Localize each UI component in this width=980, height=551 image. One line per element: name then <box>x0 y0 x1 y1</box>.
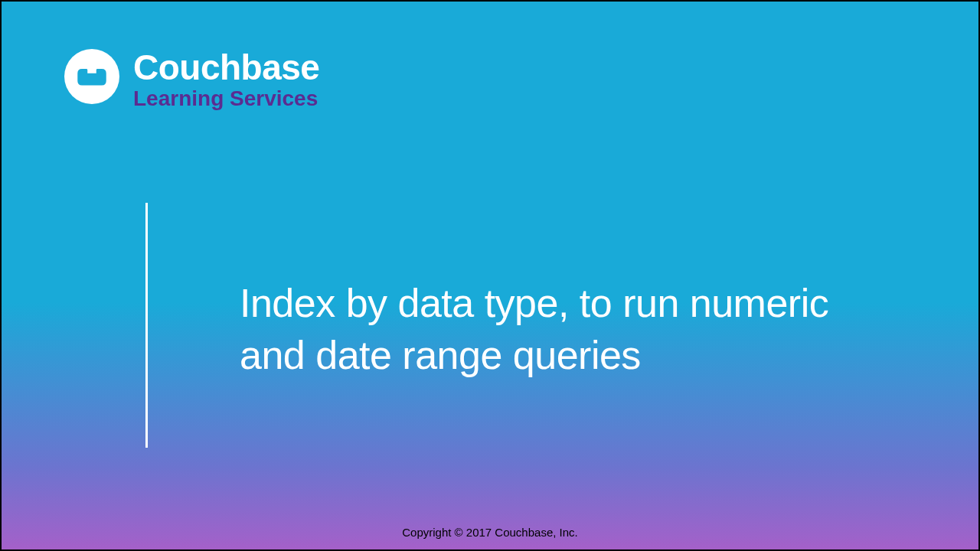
slide-title: Index by data type, to run numeric and d… <box>240 203 883 448</box>
couchbase-logo-icon <box>64 49 119 104</box>
vertical-rule <box>145 203 148 448</box>
brand-name: Couchbase <box>133 49 319 86</box>
copyright-footer: Copyright © 2017 Couchbase, Inc. <box>2 526 978 539</box>
slide: Couchbase Learning Services Index by dat… <box>0 0 980 551</box>
logo-block: Couchbase Learning Services <box>64 49 319 111</box>
brand-subline: Learning Services <box>133 87 319 111</box>
title-block: Index by data type, to run numeric and d… <box>145 203 883 448</box>
logo-text: Couchbase Learning Services <box>133 49 319 111</box>
